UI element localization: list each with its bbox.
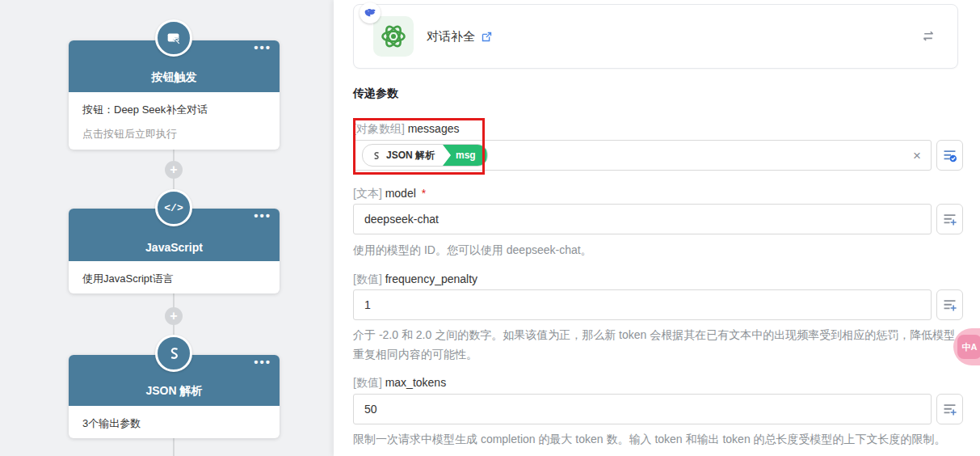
more-menu-icon[interactable]: •••: [254, 42, 271, 53]
list-check-icon: [942, 149, 957, 163]
node-detail: 使用JavaScript语言: [82, 272, 266, 285]
action-title: 对话补全: [427, 29, 475, 44]
node-body: 按钮：Deep Seek补全对话 点击按钮后立即执行: [69, 92, 280, 141]
node-detail: 按钮：Deep Seek补全对话: [82, 103, 266, 116]
field-help-model: 使用的模型的 ID。您可以使用 deepseek-chat。: [353, 240, 961, 260]
list-plus-icon: [942, 403, 957, 416]
field-type-tag: [文本]: [353, 187, 382, 200]
atom-icon: [379, 22, 408, 51]
field-label-frequency-penalty: [数值] frequency_penalty: [353, 272, 477, 287]
clear-field-icon[interactable]: ×: [913, 149, 921, 163]
add-variable-button[interactable]: [936, 204, 963, 234]
add-variable-button[interactable]: [936, 289, 963, 320]
list-plus-icon: [942, 213, 957, 226]
field-name: messages: [408, 122, 460, 135]
workflow-canvas[interactable]: 按钮触发 ••• 按钮：Deep Seek补全对话 点击按钮后立即执行 + </…: [0, 0, 334, 456]
translate-icon: 中A: [957, 335, 980, 359]
button-click-glyph: [165, 29, 183, 47]
deepseek-logo-badge: [360, 2, 381, 23]
more-menu-icon[interactable]: •••: [254, 210, 271, 222]
action-header-card[interactable]: 对话补全: [353, 4, 958, 69]
field-help-frequency-penalty: 介于 -2.0 和 2.0 之间的数字。如果该值为正，那么新 token 会根据…: [353, 325, 961, 364]
add-step-button[interactable]: +: [165, 161, 183, 179]
config-panel: 对话补全 传递参数 [对象数组] messages: [334, 0, 980, 456]
field-label-messages: [对象数组] messages: [353, 122, 459, 137]
node-detail: 3个输出参数: [82, 416, 266, 430]
max-tokens-input[interactable]: [353, 394, 932, 424]
field-type-tag: [数值]: [353, 376, 382, 389]
external-link-icon[interactable]: [481, 31, 493, 43]
required-star: *: [422, 187, 426, 200]
field-type-tag: [数值]: [353, 272, 382, 285]
json-parse-glyph: [166, 345, 182, 361]
add-step-button[interactable]: +: [165, 307, 183, 325]
swap-action-icon[interactable]: [920, 30, 936, 43]
node-title: 按钮触发: [152, 70, 197, 85]
section-title: 传递参数: [353, 87, 398, 101]
switch-to-list-mode-button[interactable]: [936, 140, 963, 171]
chip-source-label: JSON 解析: [386, 149, 435, 163]
field-type-tag: [对象数组]: [353, 122, 405, 135]
node-subdetail: 点击按钮后立即执行: [82, 127, 266, 141]
node-button-trigger[interactable]: 按钮触发 ••• 按钮：Deep Seek补全对话 点击按钮后立即执行: [69, 40, 280, 150]
add-variable-button[interactable]: [936, 394, 963, 424]
more-menu-icon[interactable]: •••: [254, 357, 271, 368]
field-label-max-tokens: [数值] max_tokens: [353, 376, 446, 391]
node-title: JSON 解析: [145, 384, 202, 399]
field-label-model: [文本] model *: [353, 187, 426, 201]
field-name: model: [385, 187, 416, 200]
json-parse-chip-icon: [371, 150, 381, 161]
list-plus-icon: [942, 298, 957, 312]
screen: 按钮触发 ••• 按钮：Deep Seek补全对话 点击按钮后立即执行 + </…: [0, 0, 980, 456]
field-help-max-tokens: 限制一次请求中模型生成 completion 的最大 token 数。输入 to…: [353, 429, 961, 449]
frequency-penalty-input[interactable]: [353, 289, 932, 320]
variable-chip[interactable]: JSON 解析 msg: [362, 144, 488, 167]
node-title: JavaScript: [145, 241, 203, 254]
deepseek-whale-icon: [364, 6, 376, 19]
app-icon: [373, 16, 414, 57]
button-trigger-icon: [155, 19, 192, 57]
field-name: frequency_penalty: [385, 272, 477, 285]
node-body: 3个输出参数: [69, 406, 280, 430]
javascript-node-icon: </>: [155, 189, 192, 226]
messages-input[interactable]: JSON 解析 msg ×: [353, 140, 932, 171]
model-input[interactable]: [353, 204, 932, 234]
node-body: 使用JavaScript语言: [69, 261, 280, 285]
json-parse-node-icon: [155, 335, 192, 372]
chip-param-label: msg: [443, 145, 487, 166]
field-name: max_tokens: [385, 376, 446, 389]
code-glyph: </>: [164, 202, 183, 214]
